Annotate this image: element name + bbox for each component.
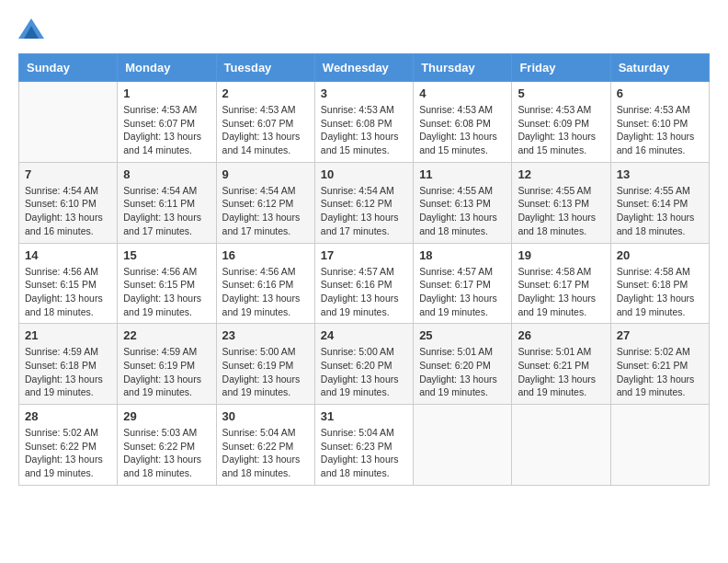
calendar-week-row: 21Sunrise: 4:59 AMSunset: 6:18 PMDayligh…: [19, 324, 710, 405]
day-number: 2: [222, 86, 309, 100]
day-number: 6: [617, 86, 703, 100]
calendar-cell: [610, 405, 709, 486]
day-number: 14: [25, 248, 111, 262]
calendar-cell: 20Sunrise: 4:58 AMSunset: 6:18 PMDayligh…: [610, 243, 709, 324]
day-info: Sunrise: 4:54 AMSunset: 6:10 PMDaylight:…: [25, 184, 111, 238]
calendar-cell: 1Sunrise: 4:53 AMSunset: 6:07 PMDaylight…: [118, 82, 216, 163]
day-number: 8: [123, 167, 210, 181]
calendar-week-row: 14Sunrise: 4:56 AMSunset: 6:15 PMDayligh…: [19, 243, 710, 324]
day-info: Sunrise: 4:56 AMSunset: 6:16 PMDaylight:…: [222, 265, 309, 319]
calendar-cell: 19Sunrise: 4:58 AMSunset: 6:17 PMDayligh…: [512, 243, 610, 324]
day-info: Sunrise: 4:53 AMSunset: 6:09 PMDaylight:…: [518, 103, 604, 157]
calendar-header-row: SundayMondayTuesdayWednesdayThursdayFrid…: [19, 54, 710, 82]
day-number: 10: [321, 167, 407, 181]
calendar-cell: 4Sunrise: 4:53 AMSunset: 6:08 PMDaylight…: [414, 82, 512, 163]
day-info: Sunrise: 4:56 AMSunset: 6:15 PMDaylight:…: [25, 265, 111, 319]
day-number: 17: [321, 248, 407, 262]
day-number: 23: [222, 328, 309, 342]
calendar-cell: 9Sunrise: 4:54 AMSunset: 6:12 PMDaylight…: [216, 162, 314, 243]
day-number: 18: [419, 248, 506, 262]
header-friday: Friday: [512, 54, 610, 82]
day-info: Sunrise: 4:53 AMSunset: 6:08 PMDaylight:…: [419, 103, 506, 157]
header-thursday: Thursday: [414, 54, 512, 82]
day-info: Sunrise: 4:57 AMSunset: 6:17 PMDaylight:…: [419, 265, 506, 319]
calendar-cell: 27Sunrise: 5:02 AMSunset: 6:21 PMDayligh…: [610, 324, 709, 405]
calendar-cell: 29Sunrise: 5:03 AMSunset: 6:22 PMDayligh…: [118, 405, 216, 486]
calendar-cell: 22Sunrise: 4:59 AMSunset: 6:19 PMDayligh…: [118, 324, 216, 405]
calendar-cell: 17Sunrise: 4:57 AMSunset: 6:16 PMDayligh…: [314, 243, 413, 324]
day-number: 11: [419, 167, 506, 181]
day-info: Sunrise: 4:58 AMSunset: 6:18 PMDaylight:…: [617, 265, 703, 319]
calendar-cell: 30Sunrise: 5:04 AMSunset: 6:22 PMDayligh…: [216, 405, 314, 486]
day-number: 26: [518, 328, 604, 342]
day-number: 9: [222, 167, 309, 181]
day-number: 20: [617, 248, 703, 262]
calendar-cell: 23Sunrise: 5:00 AMSunset: 6:19 PMDayligh…: [216, 324, 314, 405]
day-number: 28: [25, 409, 111, 423]
calendar-cell: 18Sunrise: 4:57 AMSunset: 6:17 PMDayligh…: [414, 243, 512, 324]
day-info: Sunrise: 4:55 AMSunset: 6:13 PMDaylight:…: [419, 184, 506, 238]
day-info: Sunrise: 4:55 AMSunset: 6:13 PMDaylight:…: [518, 184, 604, 238]
header-wednesday: Wednesday: [314, 54, 413, 82]
calendar-cell: [19, 82, 118, 163]
calendar-cell: 12Sunrise: 4:55 AMSunset: 6:13 PMDayligh…: [512, 162, 610, 243]
calendar-cell: 14Sunrise: 4:56 AMSunset: 6:15 PMDayligh…: [19, 243, 118, 324]
day-info: Sunrise: 4:57 AMSunset: 6:16 PMDaylight:…: [321, 265, 407, 319]
calendar-cell: 6Sunrise: 4:53 AMSunset: 6:10 PMDaylight…: [610, 82, 709, 163]
day-number: 19: [518, 248, 604, 262]
day-number: 4: [419, 86, 506, 100]
day-number: 3: [321, 86, 407, 100]
day-info: Sunrise: 5:00 AMSunset: 6:20 PMDaylight:…: [321, 345, 407, 399]
calendar-cell: 16Sunrise: 4:56 AMSunset: 6:16 PMDayligh…: [216, 243, 314, 324]
calendar-cell: 5Sunrise: 4:53 AMSunset: 6:09 PMDaylight…: [512, 82, 610, 163]
header-sunday: Sunday: [19, 54, 118, 82]
day-number: 29: [123, 409, 210, 423]
day-info: Sunrise: 5:01 AMSunset: 6:20 PMDaylight:…: [419, 345, 506, 399]
day-info: Sunrise: 4:53 AMSunset: 6:07 PMDaylight:…: [123, 103, 210, 157]
logo-icon: [18, 18, 44, 39]
calendar-cell: 2Sunrise: 4:53 AMSunset: 6:07 PMDaylight…: [216, 82, 314, 163]
day-info: Sunrise: 4:53 AMSunset: 6:07 PMDaylight:…: [222, 103, 309, 157]
calendar-week-row: 1Sunrise: 4:53 AMSunset: 6:07 PMDaylight…: [19, 82, 710, 163]
calendar-week-row: 7Sunrise: 4:54 AMSunset: 6:10 PMDaylight…: [19, 162, 710, 243]
day-info: Sunrise: 4:58 AMSunset: 6:17 PMDaylight:…: [518, 265, 604, 319]
day-info: Sunrise: 4:59 AMSunset: 6:18 PMDaylight:…: [25, 345, 111, 399]
day-number: 12: [518, 167, 604, 181]
day-info: Sunrise: 5:00 AMSunset: 6:19 PMDaylight:…: [222, 345, 309, 399]
day-number: 31: [321, 409, 407, 423]
logo: [18, 18, 48, 39]
day-number: 22: [123, 328, 210, 342]
calendar-cell: 24Sunrise: 5:00 AMSunset: 6:20 PMDayligh…: [314, 324, 413, 405]
header-monday: Monday: [118, 54, 216, 82]
day-info: Sunrise: 5:04 AMSunset: 6:22 PMDaylight:…: [222, 426, 309, 480]
calendar-cell: 25Sunrise: 5:01 AMSunset: 6:20 PMDayligh…: [414, 324, 512, 405]
day-number: 15: [123, 248, 210, 262]
day-number: 27: [617, 328, 703, 342]
day-info: Sunrise: 5:03 AMSunset: 6:22 PMDaylight:…: [123, 426, 210, 480]
day-info: Sunrise: 5:02 AMSunset: 6:22 PMDaylight:…: [25, 426, 111, 480]
page-header: [18, 18, 710, 39]
calendar-cell: 15Sunrise: 4:56 AMSunset: 6:15 PMDayligh…: [118, 243, 216, 324]
day-number: 1: [123, 86, 210, 100]
calendar-cell: [512, 405, 610, 486]
day-info: Sunrise: 4:53 AMSunset: 6:08 PMDaylight:…: [321, 103, 407, 157]
calendar-cell: 31Sunrise: 5:04 AMSunset: 6:23 PMDayligh…: [314, 405, 413, 486]
calendar-cell: 28Sunrise: 5:02 AMSunset: 6:22 PMDayligh…: [19, 405, 118, 486]
calendar-cell: 26Sunrise: 5:01 AMSunset: 6:21 PMDayligh…: [512, 324, 610, 405]
day-info: Sunrise: 4:54 AMSunset: 6:11 PMDaylight:…: [123, 184, 210, 238]
day-number: 25: [419, 328, 506, 342]
day-info: Sunrise: 5:04 AMSunset: 6:23 PMDaylight:…: [321, 426, 407, 480]
day-info: Sunrise: 4:56 AMSunset: 6:15 PMDaylight:…: [123, 265, 210, 319]
calendar-cell: 11Sunrise: 4:55 AMSunset: 6:13 PMDayligh…: [414, 162, 512, 243]
day-number: 16: [222, 248, 309, 262]
calendar-cell: 7Sunrise: 4:54 AMSunset: 6:10 PMDaylight…: [19, 162, 118, 243]
day-info: Sunrise: 4:55 AMSunset: 6:14 PMDaylight:…: [617, 184, 703, 238]
day-info: Sunrise: 5:01 AMSunset: 6:21 PMDaylight:…: [518, 345, 604, 399]
calendar-cell: 3Sunrise: 4:53 AMSunset: 6:08 PMDaylight…: [314, 82, 413, 163]
calendar-table: SundayMondayTuesdayWednesdayThursdayFrid…: [18, 53, 710, 486]
header-saturday: Saturday: [610, 54, 709, 82]
calendar-week-row: 28Sunrise: 5:02 AMSunset: 6:22 PMDayligh…: [19, 405, 710, 486]
day-number: 30: [222, 409, 309, 423]
calendar-cell: 10Sunrise: 4:54 AMSunset: 6:12 PMDayligh…: [314, 162, 413, 243]
day-info: Sunrise: 5:02 AMSunset: 6:21 PMDaylight:…: [617, 345, 703, 399]
